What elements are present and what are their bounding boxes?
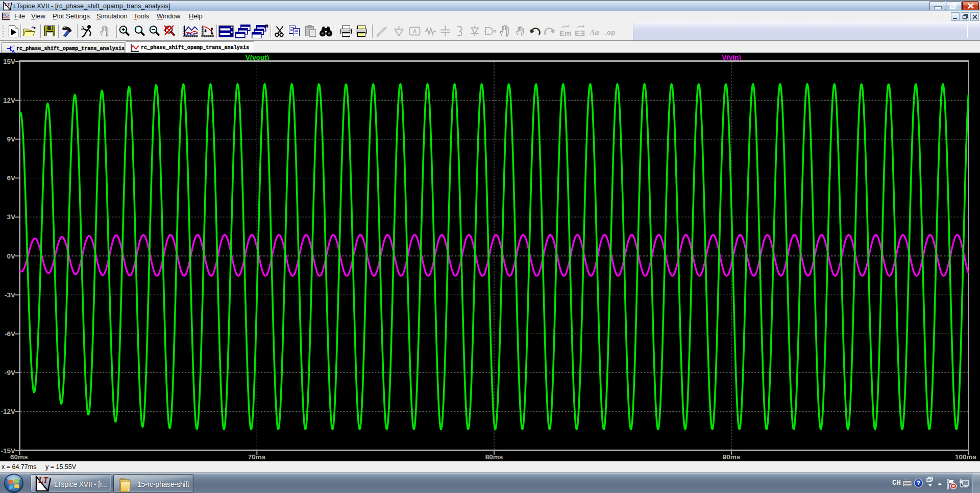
svg-text:100ms: 100ms <box>955 453 976 461</box>
svg-text:15V: 15V <box>3 58 15 65</box>
svg-text:9V: 9V <box>7 135 15 143</box>
svg-text:-3V: -3V <box>5 291 15 299</box>
svg-text:A: A <box>413 28 417 34</box>
svg-text:0V: 0V <box>7 252 15 260</box>
svg-text:LT: LT <box>4 2 10 7</box>
svg-text:LT: LT <box>38 476 48 484</box>
svg-text:80ms: 80ms <box>485 453 503 461</box>
svg-text:-9V: -9V <box>5 369 15 377</box>
svg-text:EƎ: EƎ <box>575 29 585 37</box>
svg-text:3V: 3V <box>7 213 15 221</box>
svg-text:.op: .op <box>605 29 615 36</box>
svg-text:90ms: 90ms <box>723 453 741 461</box>
svg-text:70ms: 70ms <box>248 453 266 461</box>
svg-text:?: ? <box>917 480 920 487</box>
svg-text:Em: Em <box>559 29 571 37</box>
svg-text:V(vin): V(vin) <box>722 54 741 61</box>
svg-text:-12V: -12V <box>1 408 15 415</box>
svg-text:60ms: 60ms <box>10 453 28 461</box>
svg-text:Aa: Aa <box>589 28 599 37</box>
svg-text:V(vout): V(vout) <box>246 54 270 61</box>
svg-text:12V: 12V <box>3 97 15 104</box>
svg-text:6V: 6V <box>7 174 15 182</box>
svg-text:-6V: -6V <box>5 330 15 338</box>
